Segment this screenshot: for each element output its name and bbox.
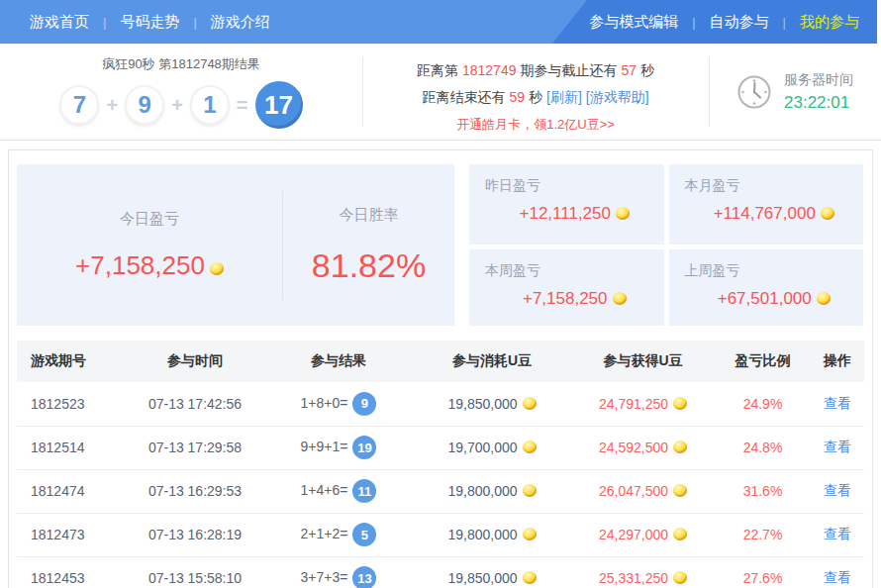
- coin-icon: [523, 528, 537, 540]
- nav-item-right-0[interactable]: 参与模式编辑: [589, 13, 678, 32]
- draw-number-ball: 1: [190, 85, 230, 125]
- coin-icon: [523, 484, 537, 497]
- today-stats-block: 今日盈亏 +7,158,250 今日胜率 81.82%: [17, 164, 454, 326]
- cell-ratio: 27.6%: [715, 556, 811, 588]
- cell-gain: 26,047,500: [571, 469, 715, 513]
- nav-item-left-2[interactable]: 游戏介绍: [211, 13, 270, 32]
- stat-cell-3: 上周盈亏+67,501,000: [669, 249, 864, 326]
- server-time-label: 服务器时间: [784, 71, 853, 89]
- coin-icon: [673, 484, 687, 497]
- countdown-text: 期参与截止还有: [520, 62, 617, 78]
- view-link[interactable]: 查看: [824, 482, 851, 498]
- game-help-link[interactable]: [游戏帮助]: [586, 89, 649, 105]
- view-link[interactable]: 查看: [824, 569, 851, 585]
- today-profit-value: +7,158,250: [75, 250, 224, 281]
- coin-icon: [613, 292, 627, 305]
- coin-icon: [817, 292, 831, 305]
- table-header-cell: 参与消耗U豆: [413, 341, 571, 382]
- view-link[interactable]: 查看: [824, 526, 851, 541]
- cell-ratio: 24.9%: [715, 382, 811, 426]
- stat-cell-0: 昨日盈亏+12,111,250: [469, 164, 664, 245]
- view-link[interactable]: 查看: [824, 395, 851, 411]
- top-nav: 游戏首页|号码走势|游戏介绍 参与模式编辑|自动参与|我的参与: [0, 0, 877, 44]
- nav-item-right-1[interactable]: 自动参与: [710, 13, 769, 32]
- cell-time: 07-13 17:42:56: [126, 382, 264, 426]
- today-winrate-value: 81.82%: [312, 246, 426, 285]
- coin-icon: [210, 262, 224, 275]
- cell-result: 1+8+0=9: [264, 382, 413, 426]
- cell-result: 1+4+6=11: [264, 469, 413, 513]
- view-link[interactable]: 查看: [824, 439, 851, 454]
- cell-cost: 19,700,000: [413, 426, 571, 469]
- cell-result: 3+7+3=13: [264, 556, 413, 588]
- cell-issue: 1812473: [17, 513, 126, 556]
- stat-cell-label: 上周盈亏: [685, 262, 864, 280]
- page: 游戏首页|号码走势|游戏介绍 参与模式编辑|自动参与|我的参与 疯狂90秒 第1…: [0, 0, 881, 588]
- table-row: 181252307-13 17:42:561+8+0=919,850,00024…: [17, 382, 864, 426]
- coin-icon: [523, 571, 537, 584]
- table-header-cell: 操作: [811, 341, 864, 382]
- server-time-value: 23:22:01: [784, 93, 853, 113]
- result-sum-ball: 19: [352, 436, 376, 459]
- countdown-end-seconds: 59: [509, 89, 525, 105]
- coin-icon: [673, 397, 687, 410]
- cell-issue: 1812474: [17, 469, 126, 513]
- draw-title: 疯狂90秒 第1812748期结果: [102, 55, 260, 73]
- stat-cell-value: +67,501,000: [685, 289, 864, 309]
- main-card: 今日盈亏 +7,158,250 今日胜率 81.82% 昨日盈亏+12,111,…: [8, 149, 873, 588]
- stat-cell-2: 本周盈亏+7,158,250: [469, 249, 664, 326]
- nav-left-group: 游戏首页|号码走势|游戏介绍: [30, 0, 270, 44]
- promo-link[interactable]: 开通皓月卡，领1.2亿U豆>>: [456, 111, 615, 138]
- coin-icon: [523, 397, 537, 410]
- cell-cost: 19,850,000: [413, 382, 571, 426]
- refresh-link[interactable]: [刷新]: [546, 89, 582, 105]
- table-header-cell: 参与时间: [126, 341, 264, 382]
- cell-issue: 1812514: [17, 426, 126, 469]
- cell-cost: 19,850,000: [413, 556, 571, 588]
- coin-icon: [673, 528, 687, 540]
- cell-cost: 19,800,000: [413, 513, 571, 556]
- nav-item-right-2[interactable]: 我的参与: [800, 13, 859, 32]
- clock-icon: [736, 74, 772, 110]
- server-time-block: 服务器时间 23:22:01: [784, 71, 853, 113]
- table-row: 181245307-13 15:58:103+7+3=1319,850,0002…: [17, 556, 864, 588]
- cell-result: 9+9+1=19: [264, 426, 413, 469]
- plus-sign: +: [106, 94, 118, 117]
- cell-time: 07-13 16:28:19: [126, 513, 264, 556]
- countdown-end-line: 距离结束还有59秒[刷新][游戏帮助]: [422, 84, 648, 111]
- plus-sign: +: [171, 94, 183, 117]
- table-row: 181251407-13 17:29:589+9+1=1919,700,0002…: [17, 426, 864, 469]
- stat-cell-label: 本周盈亏: [485, 262, 664, 280]
- cell-action: 查看: [811, 382, 864, 426]
- today-profit: 今日盈亏 +7,158,250: [17, 164, 282, 326]
- cell-action: 查看: [811, 426, 864, 469]
- stat-cell-value: +7,158,250: [485, 289, 664, 309]
- countdown-text: 距离第: [417, 62, 458, 78]
- draw-number-ball: 9: [125, 85, 164, 125]
- table-header-cell: 参与获得U豆: [571, 341, 715, 382]
- nav-item-left-0[interactable]: 游戏首页: [30, 13, 89, 32]
- countdown-section: 距离第1812749期参与截止还有57秒 距离结束还有59秒[刷新][游戏帮助]…: [362, 44, 709, 140]
- cell-cost: 19,800,000: [413, 469, 571, 513]
- countdown-close-seconds: 57: [621, 62, 636, 78]
- today-winrate-label: 今日胜率: [340, 206, 399, 225]
- stat-cell-label: 昨日盈亏: [485, 177, 664, 195]
- cell-action: 查看: [811, 513, 864, 556]
- coin-icon: [673, 441, 687, 453]
- nav-separator: |: [193, 15, 196, 30]
- coin-icon: [821, 207, 834, 220]
- table-header-row: 游戏期号参与时间参与结果参与消耗U豆参与获得U豆盈亏比例操作: [17, 341, 864, 382]
- table-header-cell: 参与结果: [264, 341, 413, 382]
- stat-cell-1: 本月盈亏+114,767,000: [669, 164, 864, 245]
- cell-ratio: 24.8%: [715, 426, 811, 469]
- nav-separator: |: [783, 15, 786, 30]
- today-profit-label: 今日盈亏: [120, 210, 179, 229]
- nav-right-group: 参与模式编辑|自动参与|我的参与: [589, 0, 859, 44]
- result-sum-ball: 9: [352, 392, 376, 416]
- nav-item-left-1[interactable]: 号码走势: [120, 13, 179, 32]
- cell-time: 07-13 15:58:10: [126, 556, 264, 588]
- cell-issue: 1812453: [17, 556, 126, 588]
- cell-result: 2+1+2=5: [264, 513, 413, 556]
- countdown-text: 距离结束还有: [422, 89, 505, 105]
- cell-ratio: 22.7%: [715, 513, 811, 556]
